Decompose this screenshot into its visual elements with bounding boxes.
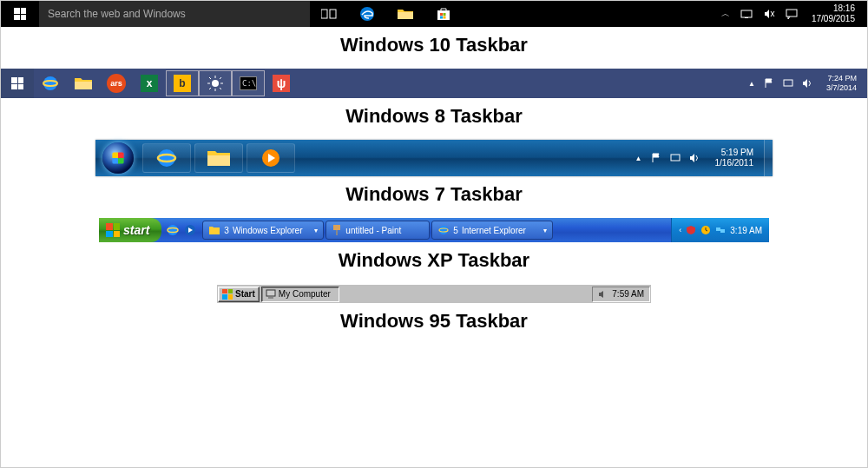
excel-app-button[interactable]: x bbox=[133, 70, 166, 96]
file-explorer-button[interactable] bbox=[386, 1, 424, 27]
time-text[interactable]: 3:19 AM bbox=[730, 226, 762, 235]
tray-chevron-icon[interactable]: ▲ bbox=[748, 80, 755, 88]
task-view-button[interactable] bbox=[310, 1, 348, 27]
time-text: 5:19 PM bbox=[715, 148, 754, 158]
network-icon[interactable] bbox=[740, 9, 753, 19]
cmd-app-button[interactable]: C:\ bbox=[232, 70, 265, 96]
folder-icon bbox=[208, 225, 220, 235]
windowsxp-taskbar: start 3 Windows Explorer ▾ untitled - Pa… bbox=[99, 218, 769, 242]
chevron-down-icon: ▾ bbox=[543, 227, 547, 234]
settings-app-button[interactable] bbox=[199, 70, 232, 96]
task-count: 3 bbox=[224, 226, 229, 235]
svg-rect-7 bbox=[440, 16, 443, 19]
edge-app-button[interactable] bbox=[348, 1, 386, 27]
start-button[interactable]: Start bbox=[218, 287, 260, 302]
task-button-mycomputer[interactable]: My Computer bbox=[261, 287, 339, 302]
date-text: 3/7/2014 bbox=[826, 83, 857, 93]
clock[interactable]: 7:24 PM 3/7/2014 bbox=[821, 74, 862, 93]
svg-rect-1 bbox=[330, 10, 336, 18]
edge-icon bbox=[358, 5, 376, 23]
clock[interactable]: 18:16 17/09/2015 bbox=[808, 3, 858, 24]
svg-point-15 bbox=[212, 80, 219, 87]
music-app-button[interactable]: ψ bbox=[265, 70, 298, 96]
caption-winxp: Windows XP Taskbar bbox=[1, 249, 867, 272]
ars-app-button[interactable]: ars bbox=[100, 70, 133, 96]
update-icon[interactable] bbox=[700, 225, 711, 235]
svg-rect-40 bbox=[266, 290, 275, 296]
file-explorer-button[interactable] bbox=[67, 70, 100, 96]
start-button[interactable] bbox=[95, 142, 141, 174]
svg-rect-41 bbox=[268, 297, 273, 299]
windows-logo-icon bbox=[106, 223, 120, 237]
network-icon[interactable] bbox=[783, 79, 793, 88]
computer-icon bbox=[266, 289, 276, 300]
caption-win10: Windows 10 Taskbar bbox=[1, 34, 867, 56]
volume-icon[interactable] bbox=[598, 290, 607, 299]
windows95-taskbar: Start My Computer 7:59 AM bbox=[217, 284, 651, 303]
windows8-taskbar: ars x b C:\ ψ ▲ 7:24 PM 3/7/2014 bbox=[1, 69, 867, 98]
date-text: 1/16/2011 bbox=[715, 158, 754, 168]
ars-icon: ars bbox=[107, 74, 126, 93]
windows10-taskbar: Search the web and Windows ︿ 18:16 17/09… bbox=[1, 1, 867, 27]
start-button[interactable]: start bbox=[99, 218, 161, 242]
svg-rect-38 bbox=[716, 227, 720, 231]
task-button-explorer[interactable]: 3 Windows Explorer ▾ bbox=[202, 221, 324, 240]
search-input[interactable]: Search the web and Windows bbox=[39, 1, 310, 27]
volume-icon[interactable] bbox=[689, 153, 700, 163]
svg-rect-24 bbox=[784, 80, 792, 86]
start-button[interactable] bbox=[1, 69, 34, 98]
bing-icon: b bbox=[174, 75, 191, 92]
action-center-icon[interactable] bbox=[786, 8, 798, 20]
task-button-ie[interactable]: 5 Internet Explorer ▾ bbox=[431, 221, 553, 240]
wmp-app-button[interactable] bbox=[247, 143, 295, 173]
security-icon[interactable] bbox=[686, 225, 696, 235]
paint-icon bbox=[332, 224, 342, 236]
bing-app-button[interactable]: b bbox=[166, 70, 199, 96]
svg-rect-3 bbox=[398, 12, 413, 19]
tray-chevron-icon[interactable]: ‹ bbox=[679, 226, 681, 234]
ie-icon bbox=[437, 224, 450, 236]
media-quick-launch[interactable] bbox=[182, 222, 198, 238]
svg-rect-0 bbox=[321, 10, 327, 18]
network-icon[interactable] bbox=[715, 225, 726, 235]
flag-icon[interactable] bbox=[651, 153, 661, 163]
volume-icon[interactable] bbox=[802, 78, 812, 89]
search-placeholder: Search the web and Windows bbox=[48, 8, 186, 20]
svg-line-20 bbox=[209, 77, 211, 79]
show-desktop-button[interactable] bbox=[764, 140, 773, 176]
windows7-taskbar: ▲ 5:19 PM 1/16/2011 bbox=[95, 140, 773, 176]
task-label: untitled - Paint bbox=[345, 226, 401, 235]
windows-logo-icon bbox=[11, 77, 23, 89]
brightness-icon bbox=[207, 75, 224, 92]
svg-rect-34 bbox=[336, 230, 338, 235]
task-view-icon bbox=[321, 8, 337, 20]
network-icon[interactable] bbox=[670, 154, 681, 162]
time-text[interactable]: 7:59 AM bbox=[612, 289, 644, 299]
ie-app-button[interactable] bbox=[34, 70, 67, 96]
file-explorer-button[interactable] bbox=[194, 143, 243, 173]
task-label: My Computer bbox=[279, 289, 331, 299]
time-text: 7:24 PM bbox=[826, 74, 857, 83]
caption-win95: Windows 95 Taskbar bbox=[1, 310, 867, 333]
tray-chevron-icon[interactable]: ︿ bbox=[721, 8, 730, 20]
svg-line-22 bbox=[220, 77, 221, 79]
system-tray: ▲ 5:19 PM 1/16/2011 bbox=[635, 148, 764, 168]
wmp-icon bbox=[260, 147, 282, 169]
caption-win8: Windows 8 Taskbar bbox=[1, 105, 867, 128]
store-app-button[interactable] bbox=[424, 1, 463, 27]
clock[interactable]: 5:19 PM 1/16/2011 bbox=[708, 148, 761, 168]
ie-app-button[interactable] bbox=[142, 143, 191, 173]
flag-icon[interactable] bbox=[764, 78, 774, 89]
volume-mute-icon[interactable] bbox=[763, 8, 775, 20]
ie-icon bbox=[41, 74, 60, 93]
ie-quick-launch[interactable] bbox=[165, 222, 181, 238]
svg-rect-14 bbox=[75, 82, 92, 89]
task-label: Internet Explorer bbox=[462, 226, 526, 235]
svg-rect-29 bbox=[671, 155, 680, 161]
tray-chevron-icon[interactable]: ▲ bbox=[635, 155, 642, 162]
task-button-paint[interactable]: untitled - Paint bbox=[326, 221, 430, 240]
task-label: Windows Explorer bbox=[233, 226, 303, 235]
system-tray: ︿ 18:16 17/09/2015 bbox=[721, 3, 867, 24]
start-button[interactable] bbox=[1, 1, 39, 27]
folder-icon bbox=[397, 7, 414, 21]
